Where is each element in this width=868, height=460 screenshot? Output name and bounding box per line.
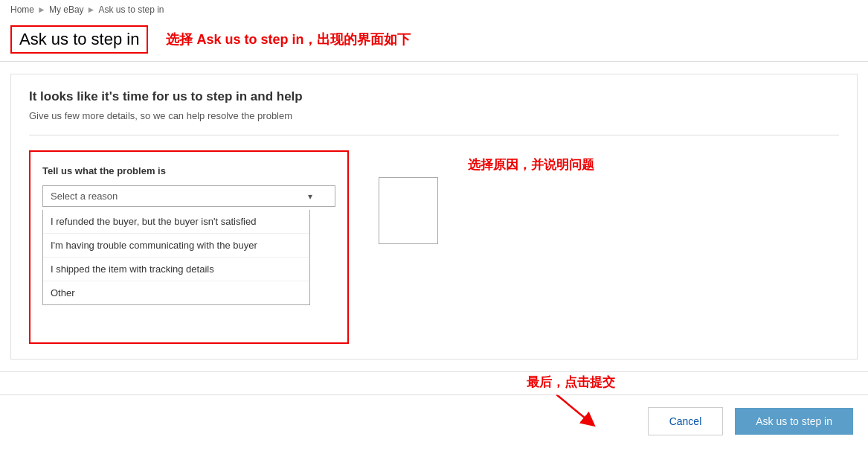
breadcrumb-home[interactable]: Home	[10, 4, 34, 15]
dropdown-options: I refunded the buyer, but the buyer isn'…	[42, 210, 310, 305]
select-placeholder: Select a reason	[51, 191, 118, 202]
content-row: Tell us what the problem is Select a rea…	[29, 150, 839, 344]
bottom-annotation: 最后，点击提交	[527, 374, 615, 391]
page-header: Ask us to step in 选择 Ask us to step in，出…	[0, 19, 868, 61]
option-1[interactable]: I refunded the buyer, but the buyer isn'…	[43, 210, 309, 234]
problem-textarea[interactable]	[379, 177, 438, 244]
breadcrumb-current: Ask us to step in	[98, 4, 164, 15]
select-wrapper: Select a reason ▾	[42, 185, 335, 207]
form-box: Tell us what the problem is Select a rea…	[29, 150, 349, 344]
header-divider	[0, 61, 868, 62]
card-divider	[29, 135, 839, 135]
page-title-box: Ask us to step in	[10, 25, 148, 54]
footer-wrapper: 最后，点击提交 Cancel Ask us to step in	[0, 394, 868, 447]
breadcrumb: Home ► My eBay ► Ask us to step in	[0, 0, 868, 19]
side-annotation: 选择原因，并说明问题	[468, 150, 594, 172]
option-3[interactable]: I shipped the item with tracking details	[43, 258, 309, 281]
form-label: Tell us what the problem is	[42, 165, 335, 176]
ask-step-in-button[interactable]: Ask us to step in	[735, 408, 853, 435]
breadcrumb-sep2: ►	[87, 4, 96, 15]
side-annotation-area: 选择原因，并说明问题	[468, 156, 594, 173]
page-wrapper: Home ► My eBay ► Ask us to step in Ask u…	[0, 0, 868, 447]
breadcrumb-sep1: ►	[37, 4, 46, 15]
select-display[interactable]: Select a reason ▾	[42, 185, 335, 207]
option-2[interactable]: I'm having trouble communicating with th…	[43, 234, 309, 258]
textarea-area	[379, 177, 438, 252]
card-subtext: Give us few more details, so we can help…	[29, 110, 839, 121]
header-annotation: 选择 Ask us to step in，出现的界面如下	[166, 31, 411, 48]
chevron-down-icon: ▾	[308, 191, 312, 202]
option-4[interactable]: Other	[43, 281, 309, 304]
footer-actions: Cancel Ask us to step in	[0, 394, 868, 447]
footer-divider	[0, 371, 868, 372]
main-card: It looks like it's time for us to step i…	[10, 74, 858, 360]
card-heading: It looks like it's time for us to step i…	[29, 89, 839, 104]
cancel-button[interactable]: Cancel	[648, 407, 724, 435]
breadcrumb-myebay[interactable]: My eBay	[49, 4, 84, 15]
page-title: Ask us to step in	[19, 30, 139, 48]
